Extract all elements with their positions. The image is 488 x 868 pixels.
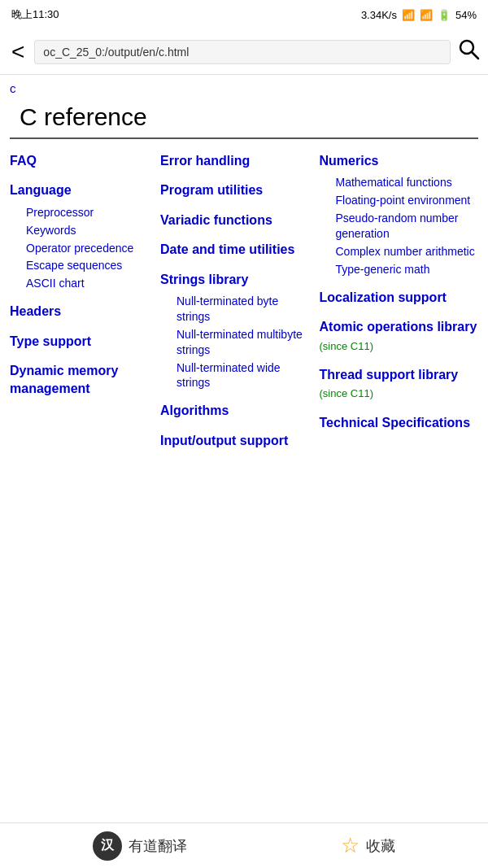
section-algorithms: Algorithms: [160, 402, 313, 420]
youdao-translate-button[interactable]: 汉 有道翻译: [93, 831, 187, 861]
svg-line-1: [472, 52, 478, 59]
col-left: FAQ Language Preprocessor Keywords Opera…: [10, 152, 160, 469]
nav-bar: < oc_C_25_0:/output/en/c.html: [0, 29, 488, 75]
type-support-link[interactable]: Type support: [10, 333, 154, 351]
escape-sequences-link[interactable]: Escape sequences: [26, 258, 154, 273]
status-time: 晚上11:30: [11, 7, 59, 22]
youdao-han-icon: 汉: [101, 837, 114, 854]
language-link[interactable]: Language: [10, 181, 154, 199]
numerics-link[interactable]: Numerics: [320, 152, 479, 170]
section-variadic-functions: Variadic functions: [160, 212, 313, 229]
back-button[interactable]: <: [8, 39, 28, 65]
atomic-link[interactable]: Atomic operations library (since C11): [320, 318, 479, 355]
faq-link[interactable]: FAQ: [10, 152, 154, 170]
section-io-support: Input/output support: [160, 432, 313, 450]
star-icon: ☆: [341, 833, 359, 858]
strings-library-link[interactable]: Strings library: [160, 271, 313, 289]
url-bar[interactable]: oc_C_25_0:/output/en/c.html: [34, 40, 451, 64]
technical-specs-link[interactable]: Technical Specifications: [320, 414, 479, 432]
type-generic-math-link[interactable]: Type-generic math: [336, 262, 479, 277]
section-strings-library: Strings library Null-terminated byte str…: [160, 271, 313, 391]
operator-precedence-link[interactable]: Operator precedence: [26, 241, 154, 256]
network-speed: 3.34K/s: [361, 9, 397, 21]
algorithms-link[interactable]: Algorithms: [160, 402, 313, 420]
wifi-icon: 📶: [402, 9, 415, 21]
section-type-support: Type support: [10, 333, 154, 351]
null-terminated-byte-link[interactable]: Null-terminated byte strings: [176, 294, 313, 325]
col-right: Numerics Mathematical functions Floating…: [320, 152, 479, 469]
col-mid: Error handling Program utilities Variadi…: [160, 152, 320, 469]
keywords-link[interactable]: Keywords: [26, 223, 154, 238]
section-language: Language Preprocessor Keywords Operator …: [10, 181, 154, 291]
program-utilities-link[interactable]: Program utilities: [160, 181, 313, 199]
section-headers: Headers: [10, 303, 154, 321]
youdao-icon: 汉: [93, 831, 122, 861]
section-atomic: Atomic operations library (since C11): [320, 318, 479, 355]
io-support-link[interactable]: Input/output support: [160, 432, 313, 450]
section-error-handling: Error handling: [160, 152, 313, 170]
error-handling-link[interactable]: Error handling: [160, 152, 313, 170]
breadcrumb-link[interactable]: c: [10, 81, 16, 95]
variadic-functions-link[interactable]: Variadic functions: [160, 212, 313, 229]
breadcrumb[interactable]: c: [0, 75, 488, 98]
thread-support-link[interactable]: Thread support library (since C11): [320, 366, 479, 403]
main-content: FAQ Language Preprocessor Keywords Opera…: [0, 149, 488, 469]
collect-label: 收藏: [366, 836, 395, 856]
battery-percent: 54%: [455, 9, 477, 21]
section-technical-specs: Technical Specifications: [320, 414, 479, 432]
math-functions-link[interactable]: Mathematical functions: [336, 175, 479, 190]
dynamic-memory-link[interactable]: Dynamic memory management: [10, 362, 154, 399]
null-terminated-wide-link[interactable]: Null-terminated wide strings: [176, 360, 313, 391]
complex-arithmetic-link[interactable]: Complex number arithmetic: [336, 244, 479, 260]
page-title: C reference: [10, 98, 478, 139]
atomic-since: (since C11): [320, 340, 373, 352]
preprocessor-link[interactable]: Preprocessor: [26, 205, 154, 220]
collect-button[interactable]: ☆ 收藏: [341, 833, 395, 858]
thread-since: (since C11): [320, 387, 373, 399]
headers-link[interactable]: Headers: [10, 303, 154, 321]
bottom-bar: 汉 有道翻译 ☆ 收藏: [0, 822, 488, 868]
section-faq: FAQ: [10, 152, 154, 170]
section-numerics: Numerics Mathematical functions Floating…: [320, 152, 479, 277]
section-thread-support: Thread support library (since C11): [320, 366, 479, 403]
section-date-time: Date and time utilities: [160, 241, 313, 259]
status-right: 3.34K/s 📶 📶 🔋 54%: [361, 9, 477, 21]
section-program-utilities: Program utilities: [160, 181, 313, 199]
null-terminated-multibyte-link[interactable]: Null-terminated multibyte strings: [176, 327, 313, 358]
ascii-chart-link[interactable]: ASCII chart: [26, 276, 154, 291]
status-bar: 晚上11:30 3.34K/s 📶 📶 🔋 54%: [0, 0, 488, 29]
localization-link[interactable]: Localization support: [320, 289, 479, 307]
search-button[interactable]: [457, 37, 480, 66]
signal-icon: 📶: [420, 9, 433, 21]
pseudo-random-link[interactable]: Pseudo-random number generation: [336, 211, 479, 242]
section-dynamic-memory: Dynamic memory management: [10, 362, 154, 399]
section-localization: Localization support: [320, 289, 479, 307]
youdao-label: 有道翻译: [129, 836, 187, 856]
date-time-link[interactable]: Date and time utilities: [160, 241, 313, 259]
battery-icon: 🔋: [438, 9, 451, 21]
floating-point-link[interactable]: Floating-point environment: [336, 193, 479, 208]
